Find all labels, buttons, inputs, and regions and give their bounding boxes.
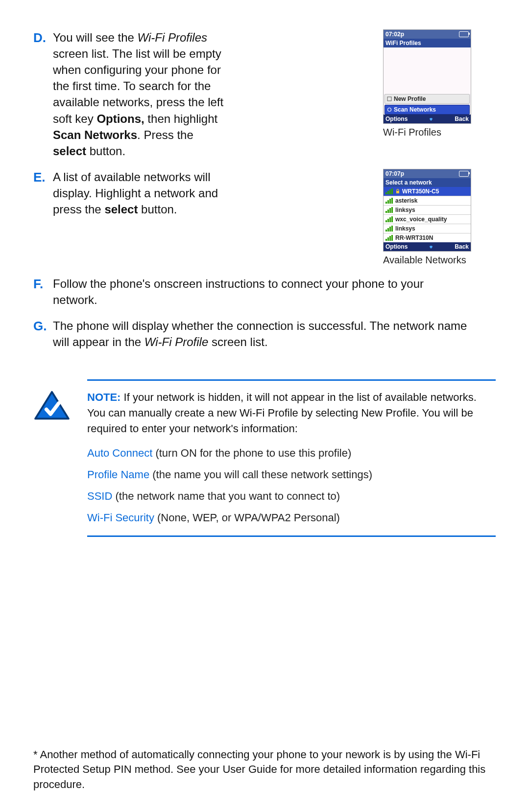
phone-softkey-right-2: Back xyxy=(455,243,469,250)
step-d-options-bold: Options, xyxy=(96,112,144,125)
lock-icon xyxy=(395,189,400,194)
step-g-text: The phone will display whether the conne… xyxy=(53,318,469,350)
note-field-ssid: SSID (the network name that you want to … xyxy=(87,488,496,504)
note-field-wifi-security: Wi-Fi Security (None, WEP, or WPA/WPA2 P… xyxy=(87,510,496,526)
step-d-text: You will see the Wi-Fi Profiles screen l… xyxy=(53,29,229,159)
note-field-1-label: Profile Name xyxy=(87,468,149,481)
step-d-seg3: then highlight xyxy=(144,112,217,125)
wifi-softkey-icon-2 xyxy=(427,244,435,249)
note-field-0-label: Auto Connect xyxy=(87,447,152,459)
network-item-0-label: WRT350N-C5 xyxy=(402,188,439,195)
battery-icon xyxy=(459,31,469,37)
phone-statusbar: 07:02p xyxy=(384,30,471,39)
battery-icon-2 xyxy=(459,171,469,177)
phone-titlebar: WiFi Profiles xyxy=(384,39,471,47)
step-g-wifi-italic: Wi-Fi Profile xyxy=(144,335,208,348)
note-field-2-desc: (the network name that you want to conne… xyxy=(112,490,340,502)
phone-menu-scan-networks-label: Scan Networks xyxy=(394,106,436,113)
phone-time: 07:02p xyxy=(385,31,404,38)
phone-time-2: 07:07p xyxy=(385,170,404,177)
note-field-3-label: Wi-Fi Security xyxy=(87,511,154,524)
network-item-1: asterisk xyxy=(384,196,471,205)
step-f-text: Follow the phone's onscreen instructions… xyxy=(53,276,469,308)
network-item-1-label: asterisk xyxy=(395,197,417,204)
scan-networks-icon xyxy=(387,107,392,112)
figure-wifi-profiles: 07:02p WiFi Profiles New Profile Scan Ne… xyxy=(383,29,496,138)
phone-menu-scan-networks: Scan Networks xyxy=(385,105,470,115)
signal-icon xyxy=(385,188,393,194)
footnote: * Another method of automatically connec… xyxy=(33,747,496,792)
step-g-row: G. The phone will display whether the co… xyxy=(33,318,496,350)
network-item-2: linksys xyxy=(384,205,471,214)
phone-menu-new-profile-label: New Profile xyxy=(394,95,426,102)
note-field-0-desc: (turn ON for the phone to use this profi… xyxy=(152,447,351,459)
svg-rect-2 xyxy=(396,191,399,193)
phone-softkey-right: Back xyxy=(455,116,469,122)
step-d-scan-bold: Scan Networks xyxy=(53,128,137,141)
phone-screen-available-networks: 07:07p Select a network WRT350N-C5 aster… xyxy=(383,169,471,252)
page: D. You will see the Wi-Fi Profiles scree… xyxy=(0,0,529,812)
note-icon-col xyxy=(33,379,72,424)
note-block: NOTE: If your network is hidden, it will… xyxy=(33,379,496,536)
phone-screen-wifi-profiles: 07:02p WiFi Profiles New Profile Scan Ne… xyxy=(383,29,471,124)
signal-icon xyxy=(385,226,393,232)
step-e-select-bold: select xyxy=(104,203,138,216)
note-content: NOTE: If your network is hidden, it will… xyxy=(87,379,496,536)
step-d-seg1: You will see the xyxy=(53,31,138,44)
figure-wifi-profiles-caption: Wi-Fi Profiles xyxy=(383,127,496,138)
step-letter-e: E. xyxy=(33,169,53,186)
note-body: If your network is hidden, it will not a… xyxy=(87,391,477,435)
step-g-seg2: screen list. xyxy=(208,335,267,348)
step-d-row: D. You will see the Wi-Fi Profiles scree… xyxy=(33,29,496,159)
svg-rect-0 xyxy=(387,97,391,101)
network-item-2-label: linksys xyxy=(395,207,415,213)
step-letter-d: D. xyxy=(33,29,53,46)
svg-point-1 xyxy=(388,108,391,112)
phone-body-empty xyxy=(384,47,471,94)
figure-available-networks: 07:07p Select a network WRT350N-C5 aster… xyxy=(383,169,496,266)
checkmark-triangle-icon xyxy=(33,390,71,422)
step-f-row: F. Follow the phone's onscreen instructi… xyxy=(33,276,496,308)
phone-softkeybar: Options Back xyxy=(384,115,471,123)
step-letter-f: F. xyxy=(33,276,53,293)
signal-icon xyxy=(385,235,393,241)
new-profile-icon xyxy=(387,96,392,101)
figure-available-networks-caption: Available Networks xyxy=(383,255,496,266)
phone-softkey-left: Options xyxy=(385,116,408,122)
phone-softkey-left-2: Options xyxy=(385,243,408,250)
network-item-3: wxc_voice_quality xyxy=(384,214,471,224)
wifi-softkey-icon xyxy=(427,116,435,121)
step-d-seg4: . Press the xyxy=(137,128,193,141)
step-d-wifi-italic: Wi-Fi Profiles xyxy=(138,31,207,44)
phone-titlebar-2: Select a network xyxy=(384,178,471,187)
step-d-seg5: button. xyxy=(86,144,125,158)
note-field-1-desc: (the name you will call these network se… xyxy=(149,468,372,481)
note-paragraph: NOTE: If your network is hidden, it will… xyxy=(87,390,496,437)
step-e-wrapper: E. A list of available networks will dis… xyxy=(33,169,368,217)
note-field-profile-name: Profile Name (the name you will call the… xyxy=(87,467,496,483)
signal-icon xyxy=(385,207,393,213)
phone-softkeybar-2: Options Back xyxy=(384,242,471,251)
note-field-3-desc: (None, WEP, or WPA/WPA2 Personal) xyxy=(154,511,340,524)
step-letter-g: G. xyxy=(33,318,53,335)
signal-icon xyxy=(385,198,393,204)
note-field-2-label: SSID xyxy=(87,490,112,502)
step-e-text: A list of available networks will displa… xyxy=(53,169,229,217)
signal-icon xyxy=(385,216,393,222)
step-e-row: E. A list of available networks will dis… xyxy=(33,169,496,266)
step-d-select-bold: select xyxy=(53,144,86,158)
note-field-auto-connect: Auto Connect (turn ON for the phone to u… xyxy=(87,445,496,461)
step-e-seg2: button. xyxy=(138,203,177,216)
phone-network-list: WRT350N-C5 asterisk linksys wxc_voice_qu… xyxy=(384,187,471,242)
phone-menu-new-profile: New Profile xyxy=(385,94,470,104)
step-d-wrapper: D. You will see the Wi-Fi Profiles scree… xyxy=(33,29,368,159)
phone-statusbar-2: 07:07p xyxy=(384,169,471,178)
network-item-3-label: wxc_voice_quality xyxy=(395,216,447,223)
network-item-5-label: RR-WRT310N xyxy=(395,234,433,241)
network-item-5: RR-WRT310N xyxy=(384,233,471,242)
network-item-4: linksys xyxy=(384,224,471,233)
network-item-0: WRT350N-C5 xyxy=(384,187,471,196)
note-label: NOTE: xyxy=(87,391,120,403)
network-item-4-label: linksys xyxy=(395,225,415,232)
